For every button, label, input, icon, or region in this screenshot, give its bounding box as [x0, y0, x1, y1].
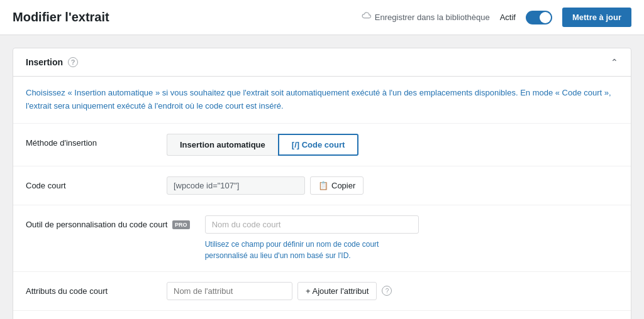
custom-code-label: Outil de personnalisation du code court …: [26, 215, 190, 230]
attributes-help-icon[interactable]: ?: [382, 286, 392, 296]
custom-code-helper: Utilisez ce champ pour définir un nom de…: [205, 239, 419, 261]
top-bar: Modifier l'extrait Enregistrer dans la b…: [0, 0, 644, 35]
custom-code-input[interactable]: [205, 215, 419, 234]
attributes-control: + Ajouter l'attribut ?: [167, 282, 618, 300]
page-title: Modifier l'extrait: [13, 10, 109, 24]
short-code-control: 📋 Copier: [167, 176, 618, 195]
copy-icon: 📋: [318, 181, 328, 190]
toggle-knob: [540, 12, 551, 23]
insertion-card: Insertion ? ⌃ Choisissez « Insertion aut…: [13, 48, 631, 319]
shortcode-input[interactable]: [167, 176, 305, 195]
insertion-method-label: Méthode d'insertion: [26, 134, 152, 149]
collapse-icon[interactable]: ⌃: [611, 57, 618, 67]
attributes-row: Attributs du code court + Ajouter l'attr…: [13, 272, 631, 311]
attributes-label: Attributs du code court: [26, 282, 152, 297]
insertion-methods-group: Insertion automatique [/] Code court: [167, 134, 618, 156]
custom-code-row: Outil de personnalisation du code court …: [13, 205, 631, 272]
attributes-inputs-row: + Ajouter l'attribut ?: [167, 282, 618, 300]
cloud-icon: [361, 12, 371, 23]
insertion-method-control: Insertion automatique [/] Code court: [167, 134, 618, 156]
card-header: Insertion ? ⌃: [13, 48, 631, 77]
save-library-label: Enregistrer dans la bibliothèque: [375, 13, 490, 22]
actif-label: Actif: [500, 13, 516, 22]
update-button[interactable]: Mettre à jour: [562, 8, 631, 27]
insertion-method-row: Méthode d'insertion Insertion automatiqu…: [13, 124, 631, 166]
auto-insertion-button[interactable]: Insertion automatique: [167, 134, 278, 156]
copy-label: Copier: [331, 181, 355, 190]
save-library-button[interactable]: Enregistrer dans la bibliothèque: [361, 12, 490, 23]
custom-code-control: Utilisez ce champ pour définir un nom de…: [205, 215, 618, 261]
custom-code-pro-badge: PRO: [172, 220, 190, 230]
actif-toggle[interactable]: [526, 11, 552, 24]
attribute-name-input[interactable]: [167, 282, 292, 300]
info-text: Choisissez « Insertion automatique » si …: [13, 77, 631, 124]
code-court-button[interactable]: [/] Code court: [278, 134, 359, 156]
scheduled-row: Extrait planifié PRO ?: [13, 311, 631, 319]
main-content: Insertion ? ⌃ Choisissez « Insertion aut…: [0, 35, 644, 319]
add-attribute-button[interactable]: + Ajouter l'attribut: [297, 282, 377, 300]
section-title: Insertion: [26, 57, 63, 67]
section-help-icon[interactable]: ?: [68, 57, 78, 67]
copy-button[interactable]: 📋 Copier: [310, 176, 364, 195]
top-bar-actions: Enregistrer dans la bibliothèque Actif M…: [361, 8, 631, 27]
short-code-label: Code court: [26, 176, 152, 192]
shortcode-row: 📋 Copier: [167, 176, 618, 195]
short-code-row: Code court 📋 Copier: [13, 166, 631, 205]
card-header-left: Insertion ?: [26, 57, 78, 67]
